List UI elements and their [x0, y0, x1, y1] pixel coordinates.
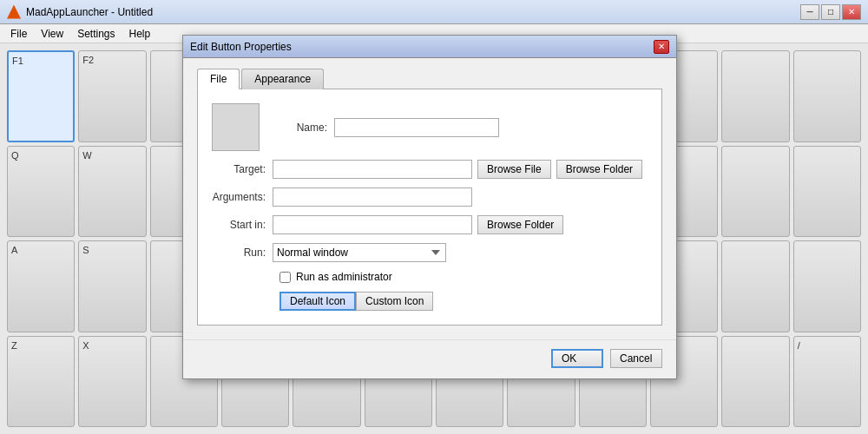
- default-icon-button[interactable]: Default Icon: [279, 292, 356, 311]
- startin-row: Start in: Browse Folder: [212, 215, 648, 234]
- arguments-label: Arguments:: [212, 191, 273, 203]
- run-row: Run: Normal window Minimized Maximized: [212, 243, 648, 262]
- cancel-button[interactable]: Cancel: [610, 349, 662, 368]
- tab-file[interactable]: File: [197, 69, 240, 89]
- arguments-input[interactable]: [273, 187, 472, 207]
- browse-folder-button-startin[interactable]: Browse Folder: [477, 215, 563, 234]
- name-label: Name:: [273, 122, 334, 134]
- dialog-title-bar: Edit Button Properties ✕: [183, 36, 676, 58]
- icon-btn-row: Default Icon Custom Icon: [212, 292, 648, 311]
- target-label: Target:: [212, 163, 273, 175]
- tab-content-file: Name: Target: Browse File Browse Folder …: [197, 89, 662, 326]
- run-label: Run:: [212, 247, 273, 259]
- run-as-admin-checkbox[interactable]: [279, 272, 291, 283]
- dialog-footer: OK Cancel: [183, 339, 676, 378]
- browse-folder-button-target[interactable]: Browse Folder: [556, 160, 642, 179]
- name-input[interactable]: [334, 118, 499, 137]
- browse-file-button[interactable]: Browse File: [477, 160, 551, 179]
- dialog-tabs: File Appearance: [197, 69, 662, 89]
- custom-icon-button[interactable]: Custom Icon: [356, 292, 433, 311]
- startin-label: Start in:: [212, 219, 273, 231]
- name-row: Name:: [212, 103, 648, 151]
- target-row: Target: Browse File Browse Folder: [212, 160, 648, 179]
- startin-input[interactable]: [273, 215, 472, 234]
- target-input[interactable]: [273, 160, 472, 179]
- dialog-body: File Appearance Name: Target: Brow: [183, 58, 676, 339]
- run-as-admin-row: Run as administrator: [212, 271, 648, 283]
- tab-appearance[interactable]: Appearance: [241, 69, 324, 89]
- dialog-overlay: Edit Button Properties ✕ File Appearance…: [0, 0, 868, 434]
- dialog-title: Edit Button Properties: [190, 41, 654, 53]
- dialog-close-button[interactable]: ✕: [654, 40, 669, 54]
- ok-button[interactable]: OK: [551, 349, 603, 368]
- icon-preview: [212, 103, 260, 151]
- edit-button-properties-dialog: Edit Button Properties ✕ File Appearance…: [182, 35, 677, 379]
- run-dropdown[interactable]: Normal window Minimized Maximized: [273, 243, 446, 262]
- arguments-row: Arguments:: [212, 187, 648, 207]
- run-as-admin-label: Run as administrator: [296, 271, 392, 283]
